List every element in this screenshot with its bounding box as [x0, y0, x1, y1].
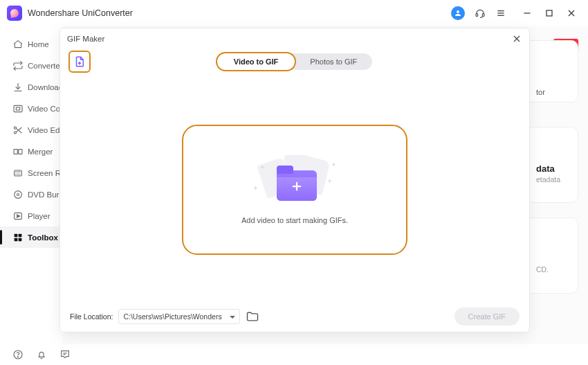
sidebar-item-label: Toolbox: [28, 233, 58, 242]
svg-rect-20: [17, 174, 19, 175]
sidebar-item-label: Home: [28, 40, 49, 48]
app-logo-wrap: Wondershare UniConverter: [7, 6, 133, 21]
account-avatar-icon[interactable]: [451, 6, 465, 20]
sidebar-item-label: Merger: [28, 148, 53, 156]
sidebar-item-player[interactable]: Player: [0, 205, 62, 226]
svg-marker-25: [17, 215, 20, 217]
svg-rect-29: [19, 238, 22, 241]
modal-header: GIF Maker: [60, 28, 529, 49]
sidebar-item-converter[interactable]: Converter: [0, 55, 62, 76]
bg-card-2: data etadata: [526, 127, 578, 203]
file-location-value: C:\Users\ws\Pictures\Wonders: [123, 312, 221, 321]
svg-rect-10: [16, 107, 19, 110]
hamburger-menu-icon[interactable]: [495, 8, 506, 19]
titlebar: Wondershare UniConverter: [0, 0, 588, 26]
compressor-icon: [12, 103, 24, 114]
svg-rect-19: [15, 174, 17, 175]
app-logo-icon: [7, 6, 22, 21]
converter-icon: [12, 60, 24, 71]
sidebar-item-toolbox[interactable]: Toolbox: [0, 226, 62, 248]
support-headset-icon[interactable]: [475, 8, 486, 19]
disc-icon: [12, 189, 24, 200]
tab-photos-to-gif[interactable]: Photos to GIF: [295, 53, 372, 70]
help-icon[interactable]: [12, 349, 24, 360]
window-minimize-icon[interactable]: [522, 8, 533, 19]
toolbox-icon: [12, 232, 24, 243]
svg-rect-6: [546, 10, 552, 16]
sidebar-item-label: Converter: [28, 62, 62, 70]
sidebar: Home Converter Downloader Video Compress…: [0, 26, 62, 344]
play-icon: [12, 211, 24, 222]
window-close-icon[interactable]: [566, 8, 577, 19]
home-icon: [12, 39, 24, 50]
gif-maker-modal: GIF Maker Video to GIF Photos to GIF: [59, 28, 530, 332]
statusbar: [0, 344, 588, 365]
svg-rect-9: [14, 105, 22, 112]
sidebar-item-label: Downloader: [28, 83, 62, 91]
svg-rect-15: [15, 170, 22, 176]
dropzone-text: Add video to start making GIFs.: [241, 216, 348, 224]
svg-point-31: [17, 357, 18, 357]
svg-point-23: [17, 193, 19, 195]
svg-rect-18: [19, 171, 21, 172]
feedback-icon[interactable]: [59, 349, 71, 360]
svg-point-22: [15, 190, 22, 198]
scissors-icon: [12, 125, 24, 136]
create-gif-button[interactable]: Create GIF: [454, 308, 520, 326]
modal-title: GIF Maker: [67, 35, 104, 43]
sidebar-item-compressor[interactable]: Video Compressor: [0, 98, 62, 119]
svg-rect-1: [482, 14, 484, 17]
window-maximize-icon[interactable]: [544, 8, 555, 19]
modal-footer: File Location: C:\Users\ws\Pictures\Wond…: [60, 301, 529, 332]
sidebar-item-label: Video Compressor: [28, 105, 62, 113]
sidebar-item-label: DVD Burner: [28, 190, 62, 199]
sidebar-item-recorder[interactable]: Screen Recorder: [0, 162, 62, 184]
sidebar-item-home[interactable]: Home: [0, 33, 62, 55]
mode-tabs: Video to GIF Photos to GIF: [217, 53, 372, 70]
file-location-label: File Location:: [70, 312, 113, 321]
add-file-button[interactable]: [68, 51, 91, 73]
svg-rect-0: [476, 14, 478, 17]
bg-card-3: CD.: [526, 217, 578, 294]
sidebar-item-editor[interactable]: Video Editor: [0, 119, 62, 141]
sidebar-item-dvd[interactable]: DVD Burner: [0, 184, 62, 205]
modal-close-icon[interactable]: [511, 33, 522, 44]
download-icon: [12, 82, 24, 93]
svg-rect-17: [17, 171, 19, 172]
titlebar-tools: [451, 6, 581, 20]
svg-rect-14: [19, 149, 22, 154]
record-icon: [12, 168, 24, 179]
svg-rect-27: [19, 233, 22, 237]
add-video-dropzone[interactable]: Add video to start making GIFs.: [182, 125, 407, 255]
open-folder-button[interactable]: [246, 310, 259, 323]
sidebar-item-downloader[interactable]: Downloader: [0, 76, 62, 98]
sidebar-item-label: Player: [28, 212, 50, 220]
svg-rect-21: [19, 174, 21, 175]
svg-rect-28: [15, 238, 18, 241]
sidebar-item-label: Screen Recorder: [28, 169, 62, 177]
app-title: Wondershare UniConverter: [28, 8, 133, 18]
notifications-icon[interactable]: [36, 349, 47, 360]
bg-card-1: tor: [526, 40, 578, 103]
svg-rect-16: [15, 171, 17, 172]
sidebar-item-merger[interactable]: Merger: [0, 141, 62, 162]
file-location-select[interactable]: C:\Users\ws\Pictures\Wonders: [118, 309, 240, 324]
tab-video-to-gif[interactable]: Video to GIF: [216, 52, 297, 71]
svg-rect-26: [15, 233, 18, 237]
sidebar-item-label: Video Editor: [28, 126, 62, 134]
svg-rect-13: [14, 149, 17, 154]
dropzone-graphic-icon: [253, 155, 336, 206]
merger-icon: [12, 146, 24, 157]
